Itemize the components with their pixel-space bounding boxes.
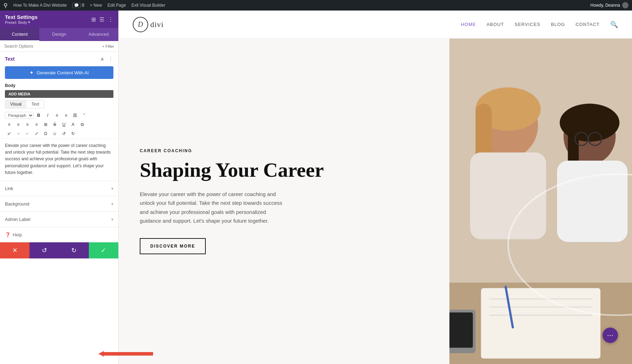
emoji-button[interactable]: ☺: [51, 129, 59, 138]
new-post-link[interactable]: + New: [90, 3, 102, 8]
tab-design[interactable]: Design: [39, 28, 79, 41]
redo-tool-button[interactable]: ↻: [69, 129, 77, 138]
nav-about[interactable]: ABOUT: [487, 22, 504, 27]
toolbar-row-2: ≡ ≡ ≡ ≡ ⊞ S U A ⧉: [5, 120, 113, 129]
align-right-button[interactable]: ≡: [23, 120, 32, 129]
site-navigation: HOME ABOUT SERVICES BLOG CONTACT 🔍: [461, 21, 618, 28]
align-justify-button[interactable]: ≡: [32, 120, 41, 129]
panel-title-group: Text Settings Preset: Body ▾: [5, 14, 38, 25]
exit-builder-link[interactable]: Exit Visual Builder: [131, 3, 165, 8]
undo-button[interactable]: ↺: [29, 242, 59, 258]
toolbar-row-1: Paragraph B I ≡ ≡ ⛓ ": [5, 111, 113, 120]
table-button[interactable]: ⊞: [41, 120, 50, 129]
cancel-button[interactable]: ✕: [0, 242, 29, 258]
nav-search-icon[interactable]: 🔍: [610, 21, 618, 28]
comment-bubble: 💬: [72, 3, 81, 8]
align-center-button[interactable]: ≡: [14, 120, 22, 129]
section-more-icon[interactable]: ⋮: [108, 55, 113, 62]
nav-blog[interactable]: BLOG: [551, 22, 565, 27]
svg-rect-8: [568, 112, 579, 166]
align-left-button[interactable]: ≡: [5, 120, 13, 129]
background-label: Background: [5, 201, 29, 207]
underline-button[interactable]: U: [60, 120, 68, 129]
editor-content[interactable]: Elevate your career with the power of ca…: [0, 139, 118, 181]
avatar: [622, 2, 628, 8]
text-section-heading: Text ▲ ⋮: [0, 52, 118, 63]
nav-contact[interactable]: CONTACT: [575, 22, 600, 27]
editor-toolbar: Paragraph B I ≡ ≡ ⛓ " ≡ ≡ ≡ ≡ ⊞ S U A ⧉: [0, 110, 118, 139]
text-color-button[interactable]: A: [69, 120, 77, 129]
bold-button[interactable]: B: [34, 111, 43, 120]
collapse-icon[interactable]: ▲: [99, 55, 105, 62]
redo-button[interactable]: ↻: [59, 242, 89, 258]
save-button[interactable]: ✓: [89, 242, 118, 258]
text-view-button[interactable]: Text: [26, 100, 44, 108]
howdy-text: Howdy, Deanna: [591, 2, 629, 8]
add-media-button[interactable]: ADD MEDIA: [5, 90, 113, 98]
admin-label-section: Admin Label ▾: [0, 212, 118, 227]
layout-icon[interactable]: ☰: [99, 16, 104, 23]
strikethrough-button[interactable]: S: [51, 120, 59, 129]
wp-admin-bar: ⚲ How To Make A Divi Website 💬 0 + New E…: [0, 0, 632, 11]
background-section-header[interactable]: Background ▾: [0, 196, 118, 211]
hero-section: CAREER COACHING Shaping Your Career Elev…: [119, 39, 632, 364]
nav-home[interactable]: HOME: [461, 22, 476, 27]
outdent-button[interactable]: ←: [23, 129, 32, 138]
search-input[interactable]: [4, 44, 100, 49]
left-panel: Text Settings Preset: Body ▾ ⊞ ☰ ⋮ Conte…: [0, 11, 119, 364]
settings-icon[interactable]: ⊞: [91, 16, 96, 23]
wp-site-name[interactable]: How To Make A Divi Website: [13, 3, 67, 8]
undo-tool-button[interactable]: ↺: [60, 129, 68, 138]
nav-services[interactable]: SERVICES: [514, 22, 540, 27]
logo-text: divi: [150, 20, 164, 29]
expand-button[interactable]: ⤢: [32, 129, 41, 138]
hero-cta-button[interactable]: DISCOVER MORE: [140, 238, 206, 254]
paragraph-select[interactable]: Paragraph: [5, 112, 34, 119]
ordered-list-button[interactable]: ≡: [62, 111, 70, 120]
edit-page-link[interactable]: Edit Page: [107, 3, 126, 8]
tab-content[interactable]: Content: [0, 28, 39, 41]
wp-comments[interactable]: 💬 0: [72, 3, 84, 8]
wp-right: Howdy, Deanna: [591, 2, 629, 8]
italic-button[interactable]: I: [44, 111, 52, 120]
admin-label-section-header[interactable]: Admin Label ▾: [0, 212, 118, 227]
more-icon[interactable]: ⋮: [108, 16, 113, 23]
site-name-link[interactable]: How To Make A Divi Website: [13, 3, 67, 8]
quote-button[interactable]: ": [80, 111, 88, 120]
generate-ai-button[interactable]: ✦ Generate Content With AI: [5, 66, 113, 79]
wp-logo-icon[interactable]: ⚲: [4, 2, 8, 9]
help-section[interactable]: ❓ Help: [0, 227, 118, 242]
special-char-button[interactable]: Ω: [41, 129, 50, 138]
visual-view-button[interactable]: Visual: [5, 100, 26, 108]
superscript-button[interactable]: x²: [5, 129, 13, 138]
panel-tabs: Content Design Advanced: [0, 28, 118, 41]
link-button[interactable]: ⛓: [71, 111, 79, 120]
fab-button[interactable]: ···: [603, 328, 618, 343]
site-logo[interactable]: D divi: [133, 17, 164, 32]
panel-footer: ✕ ↺ ↻ ✓: [0, 242, 118, 258]
hero-body: Elevate your career with the power of ca…: [140, 190, 287, 225]
howdy-label: Howdy, Deanna: [591, 3, 620, 8]
link-chevron-icon: ▾: [111, 186, 113, 191]
tab-advanced[interactable]: Advanced: [79, 28, 118, 41]
hero-illustration: [449, 39, 632, 364]
filter-button[interactable]: + Filter: [102, 44, 114, 48]
panel-preset: Preset: Body ▾: [5, 20, 38, 25]
background-chevron-icon: ▾: [111, 202, 113, 207]
hero-image-placeholder: [449, 39, 632, 364]
toolbar-row-3: x² → ← ⤢ Ω ☺ ↺ ↻: [5, 129, 113, 138]
help-icon: ❓: [5, 232, 11, 237]
admin-label-chevron-icon: ▾: [111, 217, 113, 222]
link-section-header[interactable]: Link ▾: [0, 181, 118, 196]
fab-icon: ···: [607, 331, 613, 340]
paste-button[interactable]: ⧉: [78, 120, 86, 129]
indent-button[interactable]: →: [14, 129, 22, 138]
view-toggle: Visual Text: [5, 100, 44, 108]
preset-chevron-icon: ▾: [28, 20, 30, 25]
cancel-icon: ✕: [12, 247, 18, 254]
main-layout: Text Settings Preset: Body ▾ ⊞ ☰ ⋮ Conte…: [0, 11, 632, 364]
bullet-list-button[interactable]: ≡: [53, 111, 61, 120]
help-label: Help: [13, 232, 22, 237]
svg-rect-20: [449, 312, 473, 348]
panel-search: + Filter: [0, 41, 118, 52]
